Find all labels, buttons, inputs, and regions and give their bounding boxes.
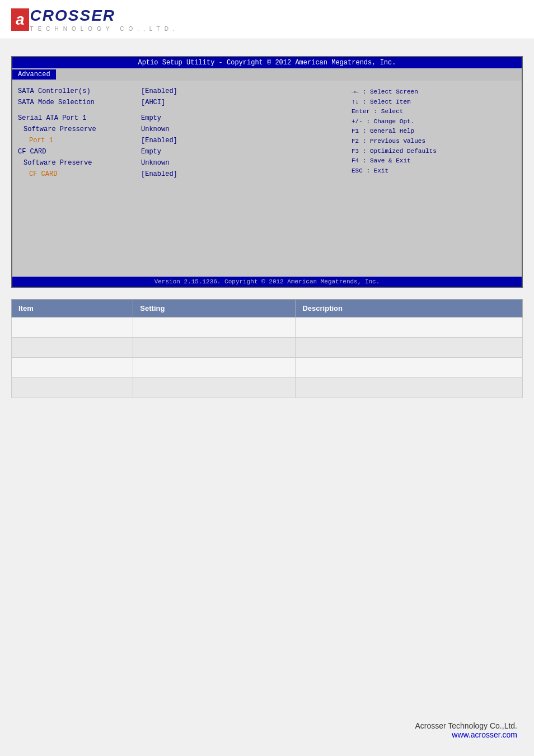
page-footer: Acrosser Technology Co.,Ltd. www.acrosse…: [415, 721, 517, 739]
table-cell-setting-2: [133, 338, 296, 358]
bios-screen: Aptio Setup Utility - Copyright © 2012 A…: [11, 56, 523, 288]
table-row: [12, 378, 523, 398]
footer-company: Acrosser Technology Co.,Ltd.: [415, 721, 517, 730]
bios-help-f4: F4 : Save & Exit: [352, 156, 515, 166]
bios-label-serial-ata: Serial ATA Port 1: [18, 113, 141, 123]
bios-row-sw-preserve-2: Software Preserve Unknown: [18, 158, 345, 168]
bios-help-f1: F1 : General Help: [352, 127, 515, 137]
bios-label-sw-preserve-1: Software Presserve: [18, 124, 141, 134]
bios-value-sw-preserve-1: Unknown: [141, 124, 169, 134]
table-cell-desc-3: [296, 358, 523, 378]
table-cell-setting-3: [133, 358, 296, 378]
table-cell-desc-1: [296, 318, 523, 338]
table-row: [12, 338, 523, 358]
logo: a CROSSER TECHNOLOGY CO.,LTD.: [11, 7, 523, 32]
bios-label-cf-card: CF CARD: [18, 147, 141, 157]
table-header-description: Description: [296, 300, 523, 318]
table-cell-item-3: [12, 358, 133, 378]
bios-value-sata-controllers: [Enabled]: [141, 86, 177, 96]
footer-website: www.acrosser.com: [415, 730, 517, 739]
table-header-item: Item: [12, 300, 133, 318]
bios-help-select-screen: →← : Select Screen: [352, 87, 515, 97]
bios-value-sata-mode: [AHCI]: [141, 97, 165, 108]
table-row: [12, 358, 523, 378]
bios-label-cf-card-enabled: CF CARD: [18, 169, 141, 179]
table-cell-item-2: [12, 338, 133, 358]
bios-body: SATA Controller(s) [Enabled] SATA Mode S…: [12, 81, 522, 277]
bios-nav[interactable]: Advanced: [12, 68, 522, 81]
logo-brand: CROSSER: [30, 7, 115, 24]
bios-value-serial-ata: Empty: [141, 113, 161, 123]
bios-label-port1: Port 1: [18, 136, 141, 146]
bios-help-esc: ESC : Exit: [352, 166, 515, 176]
bios-help-change-opt: +/- : Change Opt.: [352, 117, 515, 127]
logo-tagline: TECHNOLOGY CO.,LTD.: [30, 26, 179, 32]
bios-title: Aptio Setup Utility - Copyright © 2012 A…: [12, 57, 522, 68]
bios-row-cf-card: CF CARD Empty: [18, 147, 345, 157]
table-cell-desc-2: [296, 338, 523, 358]
bios-row-sata-mode: SATA Mode Selection [AHCI]: [18, 97, 345, 108]
bios-row-sw-preserve-1: Software Presserve Unknown: [18, 124, 345, 134]
bios-row-port1: Port 1 [Enabled]: [18, 136, 345, 146]
bios-help-panel: →← : Select Screen ↑↓ : Select Item Ente…: [350, 86, 516, 271]
bios-label-sw-preserve-2: Software Preserve: [18, 158, 141, 168]
table-cell-setting-4: [133, 378, 296, 398]
bios-nav-advanced[interactable]: Advanced: [12, 69, 56, 80]
table-cell-item-4: [12, 378, 133, 398]
info-table: Item Setting Description: [11, 299, 523, 398]
table-cell-desc-4: [296, 378, 523, 398]
bios-row-serial-ata: Serial ATA Port 1 Empty: [18, 113, 345, 123]
bios-help-enter: Enter : Select: [352, 107, 515, 117]
logo-letter: a: [11, 8, 29, 31]
bios-footer: Version 2.15.1236. Copyright © 2012 Amer…: [12, 277, 522, 287]
bios-help-select-item: ↑↓ : Select Item: [352, 97, 515, 108]
bios-value-cf-card-enabled: [Enabled]: [141, 169, 177, 179]
bios-row-cf-card-enabled: CF CARD [Enabled]: [18, 169, 345, 179]
bios-value-cf-card: Empty: [141, 147, 161, 157]
bios-label-sata-mode: SATA Mode Selection: [18, 97, 141, 108]
bios-value-sw-preserve-2: Unknown: [141, 158, 169, 168]
table-header-row: Item Setting Description: [12, 300, 523, 318]
header: a CROSSER TECHNOLOGY CO.,LTD.: [0, 0, 534, 39]
bios-spacer-1: [18, 109, 345, 113]
table-header-setting: Setting: [133, 300, 296, 318]
table-row: [12, 318, 523, 338]
bios-help-f3: F3 : Optimized Defaults: [352, 147, 515, 157]
table-cell-item-1: [12, 318, 133, 338]
bios-help-f2: F2 : Previous Values: [352, 137, 515, 147]
info-table-container: Item Setting Description: [11, 299, 523, 398]
bios-label-sata-controllers: SATA Controller(s): [18, 86, 141, 96]
table-cell-setting-1: [133, 318, 296, 338]
bios-row-sata-controllers: SATA Controller(s) [Enabled]: [18, 86, 345, 96]
bios-value-port1: [Enabled]: [141, 136, 177, 146]
bios-main-panel: SATA Controller(s) [Enabled] SATA Mode S…: [18, 86, 345, 271]
